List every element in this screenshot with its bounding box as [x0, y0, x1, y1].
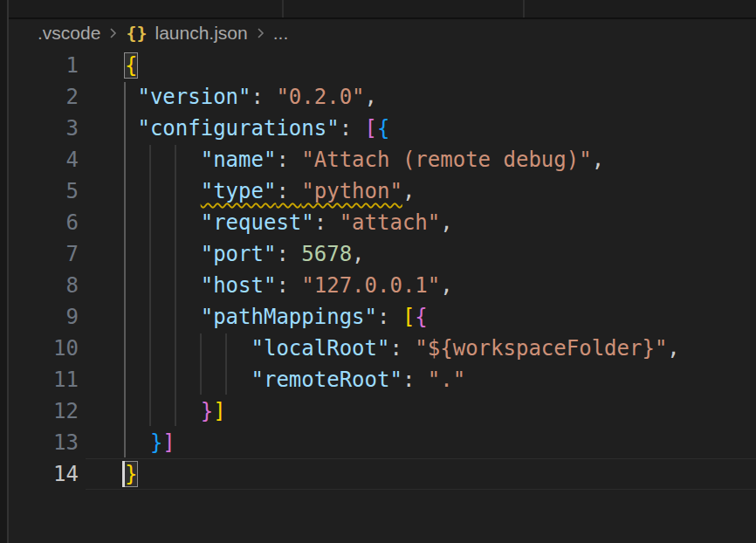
json-braces-icon: {}: [126, 23, 147, 44]
line-number[interactable]: 7: [9, 238, 87, 270]
code-line[interactable]: 2 "version": "0.2.0",: [9, 81, 756, 113]
token: "host": [201, 273, 277, 298]
line-number[interactable]: 6: [9, 207, 87, 238]
code-line[interactable]: 10 "localRoot": "${workspaceFolder}",: [9, 333, 756, 364]
token: "python": [301, 179, 402, 203]
token: :: [276, 179, 301, 203]
code-area[interactable]: 1{2 "version": "0.2.0",3 "configurations…: [9, 47, 756, 543]
token: "Attach (remote debug)": [301, 148, 591, 172]
token: [125, 210, 201, 235]
token: "configurations": [137, 116, 339, 141]
breadcrumb-file[interactable]: launch.json: [155, 23, 247, 44]
token: [125, 273, 201, 298]
token: "0.2.0": [276, 85, 364, 109]
token: [125, 148, 201, 172]
bracket-match: }: [125, 462, 137, 486]
token: "name": [201, 148, 277, 172]
line-number[interactable]: 2: [9, 81, 87, 113]
line-number[interactable]: 12: [9, 395, 87, 427]
code-text: {: [87, 50, 137, 81]
code-text: }]: [87, 427, 175, 458]
token: [125, 399, 201, 423]
code-line[interactable]: 4 "name": "Attach (remote debug)",: [9, 144, 756, 175]
token: {: [415, 305, 427, 329]
code-text: "name": "Attach (remote debug)",: [87, 144, 604, 175]
token: [125, 242, 201, 266]
token: :: [402, 368, 428, 392]
chevron-right-icon: [107, 24, 120, 42]
line-number[interactable]: 9: [9, 301, 87, 333]
code-line[interactable]: 14}: [9, 458, 756, 490]
code-text: "host": "127.0.0.1",: [87, 270, 453, 301]
token: [125, 85, 137, 109]
token: "port": [201, 242, 277, 266]
line-number[interactable]: 10: [9, 333, 87, 364]
line-number[interactable]: 3: [9, 113, 87, 144]
token: [125, 179, 201, 203]
token: [125, 116, 137, 141]
token: }: [201, 399, 213, 423]
line-number[interactable]: 14: [9, 458, 87, 490]
token: ,: [592, 148, 604, 172]
code-line[interactable]: 12 }]: [9, 395, 756, 427]
code-line[interactable]: 6 "request": "attach",: [9, 207, 756, 238]
token: "attach": [340, 210, 441, 235]
breadcrumb-folder[interactable]: .vscode: [38, 23, 100, 44]
token: {: [377, 116, 389, 141]
token: ]: [213, 399, 225, 423]
token: ]: [162, 430, 175, 455]
tab-bar[interactable]: [9, 0, 756, 17]
code-line[interactable]: 3 "configurations": [{: [9, 113, 756, 144]
code-text: }]: [87, 395, 226, 427]
code-text: }: [87, 458, 137, 490]
token: "remoteRoot": [251, 368, 402, 392]
line-number[interactable]: 1: [9, 50, 87, 81]
code-line[interactable]: 5 "type": "python",: [9, 175, 756, 207]
warning-squiggle: "type": "python": [201, 179, 402, 203]
token: ,: [402, 179, 415, 203]
code-line[interactable]: 11 "remoteRoot": ".": [9, 364, 756, 395]
token: [125, 336, 251, 361]
token: :: [314, 210, 340, 235]
token: "${workspaceFolder}": [415, 336, 667, 361]
token: ,: [352, 242, 364, 266]
code-text: "pathMappings": [{: [87, 301, 428, 333]
token: :: [377, 305, 402, 329]
tab-divider: [282, 0, 284, 17]
token: :: [276, 242, 301, 266]
code-text: "type": "python",: [87, 175, 415, 207]
token: }: [150, 430, 162, 455]
token: [: [365, 116, 377, 141]
token: "version": [137, 85, 251, 109]
line-number[interactable]: 8: [9, 270, 87, 301]
code-line[interactable]: 8 "host": "127.0.0.1",: [9, 270, 756, 301]
editor-group: .vscode {} launch.json ... 1{2 "version"…: [9, 0, 756, 543]
token: ,: [365, 85, 377, 109]
token: ,: [440, 210, 452, 235]
chevron-right-icon: [254, 24, 267, 42]
code-line[interactable]: 13 }]: [9, 427, 756, 458]
token: :: [251, 85, 277, 109]
token: [125, 430, 150, 455]
token: "localRoot": [251, 336, 390, 361]
bracket-match: {: [125, 53, 137, 78]
token: :: [389, 336, 415, 361]
code-text: "request": "attach",: [87, 207, 453, 238]
line-number[interactable]: 5: [9, 175, 87, 207]
code-text: "version": "0.2.0",: [87, 81, 377, 113]
code-text: "configurations": [{: [87, 113, 389, 144]
line-number[interactable]: 4: [9, 144, 87, 175]
breadcrumb-more[interactable]: ...: [273, 23, 289, 44]
line-number[interactable]: 13: [9, 427, 87, 458]
text-cursor: [122, 461, 125, 487]
token: "request": [201, 210, 314, 235]
token: [125, 305, 201, 329]
breadcrumb: .vscode {} launch.json ...: [9, 19, 756, 47]
code-line[interactable]: 7 "port": 5678,: [9, 238, 756, 270]
tab-divider: [523, 0, 525, 17]
line-number[interactable]: 11: [9, 364, 87, 395]
code-line[interactable]: 9 "pathMappings": [{: [9, 301, 756, 333]
code-line[interactable]: 1{: [9, 50, 756, 81]
token: 5678: [301, 242, 352, 266]
editor[interactable]: .vscode {} launch.json ... 1{2 "version"…: [9, 19, 756, 543]
